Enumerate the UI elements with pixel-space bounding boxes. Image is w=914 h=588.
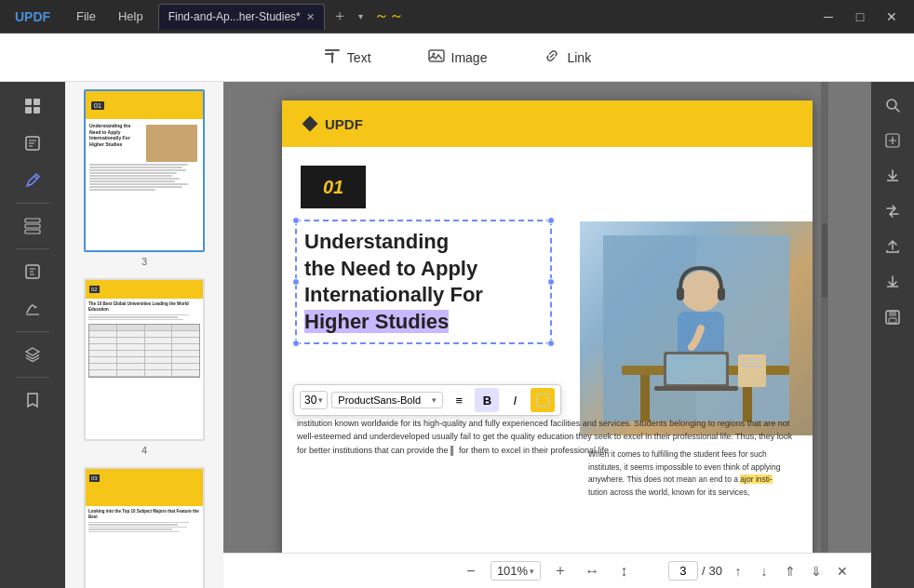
help-menu[interactable]: Help [107, 0, 155, 33]
thumb-page-5-image: 03 Looking into the Top 10 Subject Major… [84, 467, 205, 588]
thumb5-page-num: 03 [89, 474, 100, 482]
annotation-button[interactable] [14, 127, 51, 160]
thumbnail-page-5[interactable]: 03 Looking into the Top 10 Subject Major… [84, 467, 205, 588]
extract-button[interactable] [876, 160, 909, 192]
zoom-in-button[interactable]: ＋ [548, 559, 572, 583]
main-area: 01 Understanding the Need to Apply Inter… [0, 82, 914, 588]
main-toolbar: Text Image Link [0, 33, 914, 82]
svg-rect-22 [677, 287, 684, 301]
first-page-button[interactable]: ⇑ [780, 561, 800, 581]
fit-page-button[interactable]: ↕ [612, 559, 636, 583]
thumbnail-panel-button[interactable] [14, 89, 51, 123]
pdf-right-image [580, 221, 813, 435]
save-button[interactable] [876, 301, 909, 333]
zoom-in-icon: ＋ [553, 561, 568, 581]
text-tool-button[interactable]: Text [310, 41, 384, 74]
file-menu[interactable]: File [65, 0, 107, 33]
search-button[interactable] [876, 89, 909, 121]
image-tool-label: Image [451, 50, 488, 65]
align-button[interactable]: ≡ [447, 388, 471, 412]
text-selection-box[interactable]: Understanding the Need to Apply Internat… [295, 220, 552, 344]
bold-icon: B [483, 394, 491, 408]
current-tab[interactable]: Find-and-Ap...her-Studies* ✕ [158, 4, 325, 30]
share-button[interactable] [876, 231, 909, 262]
italic-button[interactable]: I [503, 388, 527, 412]
zoom-out-button[interactable]: − [459, 559, 483, 583]
ocr-button[interactable] [876, 125, 909, 156]
minimize-button[interactable]: ─ [813, 6, 843, 28]
font-family-selector[interactable]: ProductSans-Bold ▾ [331, 392, 443, 408]
fit-width-button[interactable]: ↔ [580, 559, 604, 583]
format-toolbar: 30 ▾ ProductSans-Bold ▾ ≡ B I [293, 384, 561, 416]
thumb4-page-num: 02 [89, 286, 100, 293]
svg-rect-5 [25, 99, 32, 105]
pdf-viewer: UPDF 01 [223, 82, 871, 588]
total-pages: 30 [709, 564, 722, 578]
thumb-page-4-image: 02 The 10 Best Global Universities Leadi… [84, 278, 205, 441]
organize-button[interactable] [14, 209, 51, 243]
page-separator: / [702, 564, 706, 578]
svg-rect-0 [325, 49, 340, 51]
tab-close-button[interactable]: ✕ [306, 11, 315, 23]
svg-rect-12 [25, 230, 40, 234]
svg-rect-2 [331, 52, 333, 63]
thumbnail-page-4[interactable]: 02 The 10 Best Global Universities Leadi… [84, 278, 205, 456]
image-tool-button[interactable]: Image [414, 41, 501, 74]
text-tool-icon [323, 47, 342, 69]
app-logo: UPDF [0, 9, 65, 24]
fit-page-icon: ↕ [620, 563, 627, 580]
page-number-input: / 30 [668, 561, 722, 581]
convert-button[interactable] [876, 195, 909, 227]
image-tool-icon [427, 47, 446, 69]
link-tool-icon [543, 47, 561, 69]
last-page-button[interactable]: ⇓ [806, 561, 827, 581]
close-nav-button[interactable]: ✕ [832, 561, 853, 581]
thumb-page-4-label: 4 [141, 445, 147, 456]
text-color-button[interactable] [531, 388, 555, 412]
previous-page-button[interactable]: ↑ [728, 561, 748, 581]
current-page-field[interactable] [668, 561, 698, 581]
thumb-page-3-label: 3 [141, 256, 147, 267]
edit-button[interactable] [14, 164, 51, 197]
next-page-button[interactable]: ↓ [754, 561, 774, 581]
bookmark-button[interactable] [14, 383, 51, 417]
new-tab-button[interactable]: ＋ [325, 7, 355, 26]
tab-area: Find-and-Ap...her-Studies* ✕ ＋ ▾ ～～ [155, 4, 813, 30]
svg-rect-26 [654, 386, 738, 391]
zoom-dropdown-arrow: ▾ [530, 567, 534, 576]
fit-width-icon: ↔ [585, 563, 599, 580]
svg-rect-29 [741, 362, 759, 364]
signature-button[interactable] [14, 292, 51, 326]
pdf-page: UPDF 01 [282, 100, 813, 553]
thumb3-page-num: 01 [91, 101, 104, 110]
thumbnail-page-3[interactable]: 01 Understanding the Need to Apply Inter… [84, 89, 205, 267]
thumb4-title-text: The 10 Best Global Universities Leading … [88, 301, 200, 313]
maximize-button[interactable]: □ [845, 6, 875, 28]
svg-rect-18 [640, 375, 650, 421]
svg-rect-28 [741, 358, 763, 360]
bold-button[interactable]: B [475, 388, 499, 412]
align-icon: ≡ [456, 394, 464, 408]
font-size-selector[interactable]: 30 ▾ [300, 391, 328, 409]
form-button[interactable] [14, 255, 51, 288]
svg-rect-35 [889, 318, 896, 323]
zoom-out-icon: − [466, 563, 475, 580]
svg-rect-8 [34, 107, 40, 114]
tab-label: Find-and-Ap...her-Studies* [168, 10, 301, 23]
zoom-percentage: 101% [497, 564, 528, 578]
link-tool-button[interactable]: Link [530, 41, 604, 74]
pdf-right-text: When it comes to fulfilling the student … [581, 445, 809, 502]
download-button[interactable] [876, 266, 909, 298]
thumbnail-panel: 01 Understanding the Need to Apply Inter… [65, 82, 223, 588]
close-button[interactable]: ✕ [877, 6, 907, 28]
tab-dropdown-arrow[interactable]: ▾ [355, 11, 367, 21]
svg-rect-7 [25, 107, 32, 114]
zoom-value-display[interactable]: 101% ▾ [491, 561, 541, 581]
svg-rect-23 [718, 287, 725, 301]
title-bar: UPDF File Help Find-and-Ap...her-Studies… [0, 0, 914, 33]
layers-button[interactable] [14, 338, 51, 371]
pdf-scroll-area[interactable]: UPDF 01 [223, 82, 871, 553]
prev-page-icon: ↑ [735, 564, 742, 579]
svg-rect-30 [741, 366, 761, 368]
page-navigation: / 30 ↑ ↓ ⇑ ⇓ ✕ [668, 561, 853, 581]
